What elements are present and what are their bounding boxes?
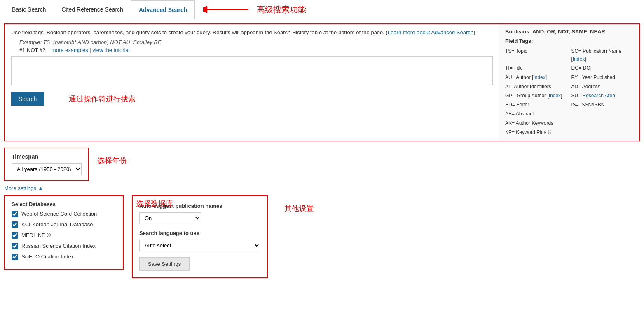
operator-annotation: 通过操作符进行搜索 bbox=[69, 90, 136, 108]
main-content: Use field tags, Boolean operators, paren… bbox=[0, 19, 644, 278]
example-links: #1 NOT #2 more examples | view the tutor… bbox=[19, 47, 493, 53]
field-tags-grid: TS= Topic SO= Publication Name [Index] T… bbox=[505, 47, 633, 136]
field-ab: AB= Abstract bbox=[505, 110, 567, 118]
field-ak: AK= Author Keywords bbox=[505, 120, 567, 127]
db-item-kci: KCI-Korean Journal Database bbox=[12, 221, 116, 228]
learn-more-link[interactable]: Learn more about Advanced Search bbox=[388, 29, 473, 35]
search-textarea[interactable] bbox=[11, 56, 493, 85]
db-checkbox-medline[interactable] bbox=[12, 232, 18, 239]
db-checkbox-wos[interactable] bbox=[12, 211, 18, 217]
instruction-box: Use field tags, Boolean operators, paren… bbox=[4, 23, 640, 141]
db-label-wos: Web of Science Core Collection bbox=[21, 211, 97, 217]
other-annotation: 其他设置 bbox=[284, 204, 314, 214]
more-examples-link[interactable]: more examples bbox=[52, 47, 88, 53]
field-is: IS= ISSN/ISBN bbox=[571, 101, 634, 109]
field-ts: TS= Topic bbox=[505, 47, 567, 63]
tab-annotation-label: 高级搜索功能 bbox=[257, 4, 306, 15]
example-line2: #1 NOT #2 bbox=[19, 47, 45, 53]
auto-suggest-select[interactable]: On Off bbox=[139, 212, 201, 224]
field-au: AU= Author [Index] bbox=[505, 74, 567, 82]
instruction-left: Use field tags, Boolean operators, paren… bbox=[5, 24, 499, 141]
field-kp: KP= Keyword Plus ® bbox=[505, 129, 567, 136]
databases-annotation: 选择数据库 bbox=[136, 199, 173, 209]
field-ti: TI= Title bbox=[505, 64, 567, 72]
db-item-medline: MEDLINE ® bbox=[12, 232, 116, 239]
db-item-wos: Web of Science Core Collection bbox=[12, 211, 116, 217]
tab-cited[interactable]: Cited Reference Search bbox=[54, 0, 131, 19]
view-tutorial-link[interactable]: view the tutorial bbox=[92, 47, 129, 53]
example-text: TS=(nanotub* AND carbon) NOT AU=Smalley … bbox=[43, 39, 162, 45]
example-label: Example: bbox=[19, 39, 42, 45]
timespan-annotation: 选择年份 bbox=[97, 156, 127, 166]
tab-advanced[interactable]: Advanced Search bbox=[131, 0, 195, 19]
su-link[interactable]: Research Area bbox=[583, 93, 615, 99]
field-ai: AI= Author Identifiers bbox=[505, 83, 567, 91]
field-ad: AD= Address bbox=[571, 83, 634, 91]
search-textarea-wrap bbox=[11, 56, 493, 87]
more-settings-toggle[interactable]: More settings ▲ bbox=[4, 185, 640, 191]
tab-basic[interactable]: Basic Search bbox=[4, 0, 54, 19]
timespan-select[interactable]: All years (1950 - 2020) Last 5 years Las… bbox=[12, 163, 82, 175]
db-label-rsci: Russian Science Citation Index bbox=[21, 243, 96, 249]
more-settings-label: More settings bbox=[4, 185, 36, 191]
language-label: Search language to use bbox=[139, 230, 260, 236]
search-button[interactable]: Search bbox=[11, 92, 44, 106]
db-checkbox-rsci[interactable] bbox=[12, 243, 18, 249]
db-checkbox-scielo[interactable] bbox=[12, 254, 18, 260]
booleans-label: Booleans: AND, OR, NOT, SAME, NEAR bbox=[505, 28, 633, 35]
field-do: DO= DOI bbox=[571, 64, 634, 72]
tab-arrow-annotation: 高级搜索功能 bbox=[203, 3, 306, 16]
timespan-label: Timespan bbox=[12, 153, 82, 160]
save-settings-button[interactable]: Save Settings bbox=[139, 257, 190, 271]
db-checkbox-kci[interactable] bbox=[12, 221, 18, 228]
timespan-box: Timespan All years (1950 - 2020) Last 5 … bbox=[4, 148, 89, 181]
field-gp: GP= Group Author [Index] bbox=[505, 92, 567, 100]
gp-index-link[interactable]: Index bbox=[549, 93, 561, 99]
language-select[interactable]: Auto select English Chinese bbox=[139, 240, 260, 251]
instruction-text: Use field tags, Boolean operators, paren… bbox=[11, 28, 493, 37]
field-su: SU= Research Area bbox=[571, 92, 634, 100]
so-index-link[interactable]: Index bbox=[573, 56, 585, 62]
db-label-scielo: SciELO Citation Index bbox=[21, 254, 74, 260]
db-label-medline: MEDLINE ® bbox=[21, 232, 51, 238]
db-item-scielo: SciELO Citation Index bbox=[12, 254, 116, 260]
field-py: PY= Year Published bbox=[571, 74, 634, 82]
databases-container: Select Databases Web of Science Core Col… bbox=[4, 195, 124, 270]
lower-layout: Select Databases Web of Science Core Col… bbox=[4, 195, 640, 278]
databases-title: Select Databases bbox=[12, 201, 116, 207]
timespan-section: Timespan All years (1950 - 2020) Last 5 … bbox=[4, 148, 640, 181]
tabs-bar: Basic Search Cited Reference Search Adva… bbox=[0, 0, 644, 19]
field-tags-panel: Booleans: AND, OR, NOT, SAME, NEAR Field… bbox=[499, 24, 639, 141]
more-settings-chevron: ▲ bbox=[38, 185, 43, 191]
field-ed: ED= Editor bbox=[505, 101, 567, 109]
field-so: SO= Publication Name [Index] bbox=[571, 47, 634, 63]
db-label-kci: KCI-Korean Journal Database bbox=[21, 221, 93, 228]
example-block: Example: TS=(nanotub* AND carbon) NOT AU… bbox=[19, 39, 493, 45]
db-item-rsci: Russian Science Citation Index bbox=[12, 243, 116, 249]
field-tags-title: Field Tags: bbox=[505, 38, 633, 44]
au-index-link[interactable]: Index bbox=[533, 75, 545, 80]
databases-box: Select Databases Web of Science Core Col… bbox=[4, 195, 124, 270]
